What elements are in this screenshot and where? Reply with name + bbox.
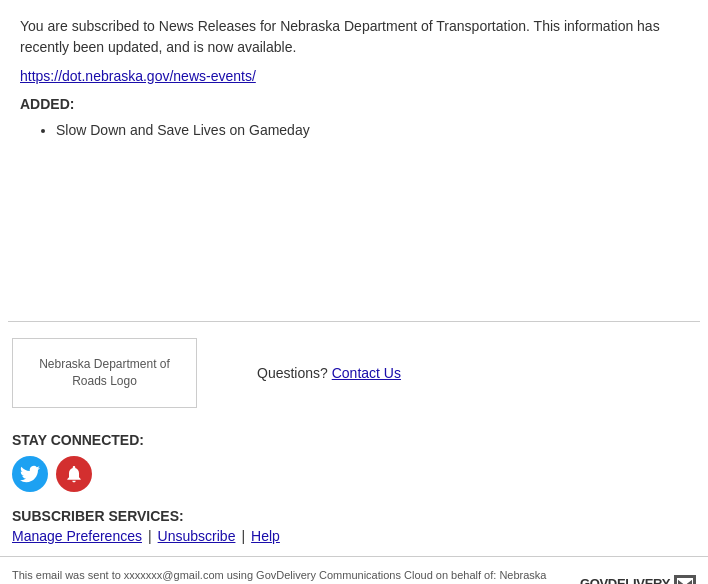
footer-top: Nebraska Department of Roads Logo Questi… xyxy=(0,322,708,424)
news-list: Slow Down and Save Lives on Gameday xyxy=(20,120,688,141)
logo-text: Nebraska Department of Roads Logo xyxy=(21,356,188,390)
news-link[interactable]: https://dot.nebraska.gov/news-events/ xyxy=(20,68,256,84)
intro-text: You are subscribed to News Releases for … xyxy=(20,16,688,58)
notification-button[interactable] xyxy=(56,456,92,492)
contact-link[interactable]: Contact Us xyxy=(332,365,401,381)
manage-preferences-link[interactable]: Manage Preferences xyxy=(12,528,142,544)
main-content: You are subscribed to News Releases for … xyxy=(0,0,708,321)
social-icons xyxy=(12,456,696,492)
footer-bottom-text: This email was sent to xxxxxxx@gmail.com… xyxy=(12,567,562,584)
subscriber-services-section: SUBSCRIBER SERVICES: Manage Preferences … xyxy=(0,508,708,552)
footer-bottom: This email was sent to xxxxxxx@gmail.com… xyxy=(0,556,708,584)
unsubscribe-link[interactable]: Unsubscribe xyxy=(158,528,236,544)
list-item: Slow Down and Save Lives on Gameday xyxy=(56,120,688,141)
subscriber-services-label: SUBSCRIBER SERVICES: xyxy=(12,508,696,524)
bell-icon xyxy=(64,464,84,484)
govdelivery-text: GOVDELIVERY xyxy=(580,576,670,584)
questions-section: Questions? Contact Us xyxy=(257,365,401,381)
questions-label: Questions? xyxy=(257,365,328,381)
spacer xyxy=(20,141,688,301)
govdelivery-logo: GOVDELIVERY xyxy=(580,575,696,585)
stay-connected-section: STAY CONNECTED: xyxy=(0,424,708,508)
separator-1: | xyxy=(148,528,152,544)
help-link[interactable]: Help xyxy=(251,528,280,544)
added-label: ADDED: xyxy=(20,96,688,112)
envelope-icon xyxy=(677,578,693,585)
govdelivery-icon xyxy=(674,575,696,585)
subscriber-links: Manage Preferences | Unsubscribe | Help xyxy=(12,528,696,544)
logo-box: Nebraska Department of Roads Logo xyxy=(12,338,197,408)
separator-2: | xyxy=(241,528,245,544)
twitter-icon xyxy=(20,464,40,484)
twitter-button[interactable] xyxy=(12,456,48,492)
stay-connected-label: STAY CONNECTED: xyxy=(12,432,696,448)
